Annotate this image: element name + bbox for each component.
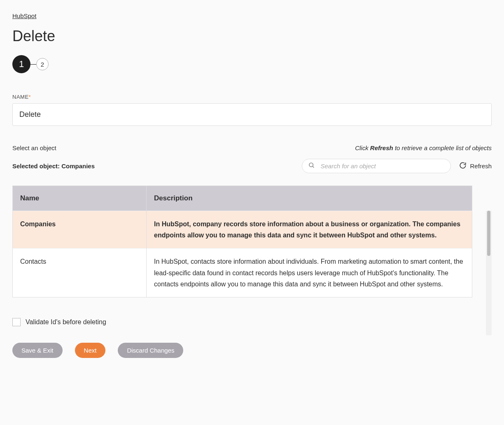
validate-checkbox[interactable] <box>12 318 21 326</box>
table-row[interactable]: ContactsIn HubSpot, contacts store infor… <box>13 248 472 297</box>
step-2[interactable]: 2 <box>36 58 49 70</box>
discard-button[interactable]: Discard Changes <box>118 343 183 358</box>
object-table: Name Description CompaniesIn HubSpot, co… <box>12 186 472 297</box>
step-connector <box>30 64 36 65</box>
select-object-label: Select an object <box>12 144 56 151</box>
table-cell-description: In HubSpot, company records store inform… <box>147 211 472 248</box>
table-cell-description: In HubSpot, contacts store information a… <box>147 248 472 297</box>
refresh-hint: Click Refresh to retrieve a complete lis… <box>355 144 492 151</box>
svg-line-1 <box>313 166 314 167</box>
save-exit-button[interactable]: Save & Exit <box>12 343 63 358</box>
refresh-icon <box>459 162 467 170</box>
search-icon <box>308 162 315 170</box>
stepper: 1 2 <box>12 55 492 73</box>
search-input[interactable] <box>302 159 451 173</box>
table-cell-name: Companies <box>13 211 147 248</box>
breadcrumb-hubspot[interactable]: HubSpot <box>12 12 36 19</box>
refresh-button-label: Refresh <box>470 163 492 170</box>
name-input[interactable] <box>12 103 492 126</box>
next-button[interactable]: Next <box>75 343 106 358</box>
th-description: Description <box>147 186 472 211</box>
table-row[interactable]: CompaniesIn HubSpot, company records sto… <box>13 211 472 248</box>
step-1[interactable]: 1 <box>12 55 30 73</box>
validate-checkbox-label: Validate Id's before deleting <box>26 318 106 326</box>
table-cell-name: Contacts <box>13 248 147 297</box>
page-title: Delete <box>12 28 492 45</box>
scrollbar-track[interactable] <box>486 211 492 335</box>
name-field-label: NAME* <box>12 94 492 100</box>
refresh-button[interactable]: Refresh <box>459 162 492 170</box>
svg-point-0 <box>309 163 313 167</box>
scrollbar-thumb[interactable] <box>487 211 490 256</box>
th-name: Name <box>13 186 147 211</box>
selected-object-label: Selected object: Companies <box>12 163 95 170</box>
